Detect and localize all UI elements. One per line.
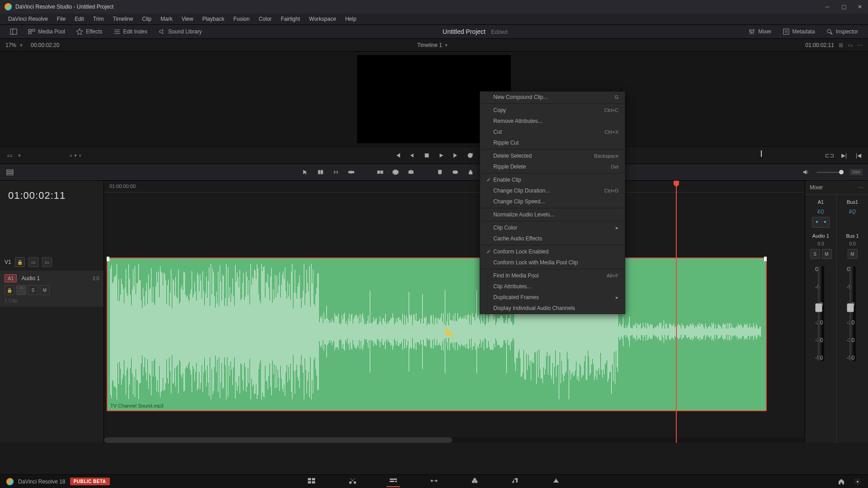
lock-icon[interactable] xyxy=(466,168,475,177)
ctx-enable-clip[interactable]: ✓ Enable Clip xyxy=(480,174,625,185)
bus-mute[interactable]: M xyxy=(848,249,858,259)
ctx-conform-lock-with-media-pool-clip[interactable]: Conform Lock with Media Pool Clip xyxy=(480,257,625,268)
fader-bus1[interactable] xyxy=(849,266,851,361)
viewer-opt2-icon[interactable]: ▭ xyxy=(848,42,853,48)
home-icon[interactable] xyxy=(837,478,845,486)
go-start-icon[interactable] xyxy=(394,151,402,160)
ctx-duplicated-frames[interactable]: Duplicated Frames▸ xyxy=(480,292,625,303)
ctx-delete-selected[interactable]: Delete SelectedBackspace xyxy=(480,150,625,161)
metadata-button[interactable]: Metadata xyxy=(777,25,821,38)
menu-clip[interactable]: Clip xyxy=(137,14,156,24)
media-pool-button[interactable]: Media Pool xyxy=(23,25,71,38)
next-clip-icon[interactable]: ▶| xyxy=(840,151,848,160)
menu-timeline[interactable]: Timeline xyxy=(108,14,137,24)
v1-lock-icon[interactable]: 🔒 xyxy=(15,257,25,267)
sound-library-button[interactable]: Sound Library xyxy=(153,25,208,38)
menu-help[interactable]: Help xyxy=(340,14,361,24)
go-end-icon[interactable] xyxy=(452,151,460,160)
last-clip-icon[interactable]: |◀ xyxy=(854,151,863,160)
settings-icon[interactable] xyxy=(854,478,862,486)
ctx-clip-color[interactable]: Clip Color▸ xyxy=(480,222,625,233)
dim-button[interactable]: DIM xyxy=(850,169,863,175)
play-icon[interactable] xyxy=(437,151,445,160)
volume-slider[interactable] xyxy=(816,172,844,173)
next-edit-icon[interactable]: › xyxy=(79,152,81,159)
menu-trim[interactable]: Trim xyxy=(89,14,108,24)
blade-tool-icon[interactable] xyxy=(347,168,356,177)
ctx-change-clip-speed-[interactable]: Change Clip Speed... xyxy=(480,196,625,207)
viewer-mode-icon[interactable]: ▭ xyxy=(5,151,14,160)
trim-tool-icon[interactable] xyxy=(316,168,325,177)
menu-color[interactable]: Color xyxy=(254,14,276,24)
timeline-canvas[interactable]: 01:00:00:00 TV Channel Sound.mp3 xyxy=(104,181,805,443)
minimize-button[interactable]: ─ xyxy=(824,3,831,10)
a1-mute-button[interactable]: M xyxy=(40,285,50,295)
track-v1-header[interactable]: V1 🔒 ▭ ▭ xyxy=(0,253,104,271)
ctx-ripple-cut[interactable]: Ripple Cut xyxy=(480,137,625,148)
snapping-icon[interactable] xyxy=(435,168,444,177)
menu-workspace[interactable]: Workspace xyxy=(305,14,341,24)
deliver-page-icon[interactable] xyxy=(549,476,563,487)
ctx-remove-attributes-[interactable]: Remove Attributes... xyxy=(480,116,625,127)
inspector-button[interactable]: Inspector xyxy=(821,25,863,38)
menu-fusion[interactable]: Fusion xyxy=(229,14,254,24)
fader-a1[interactable] xyxy=(818,266,820,361)
mixer-menu-icon[interactable]: ⋯ xyxy=(858,184,863,191)
cut-page-icon[interactable] xyxy=(346,476,359,487)
audio-clip[interactable]: TV Channel Sound.mp3 xyxy=(107,258,767,411)
ctx-cache-audio-effects[interactable]: Cache Audio Effects xyxy=(480,233,625,244)
a1-lock-icon[interactable]: 🔒 xyxy=(5,285,14,295)
effects-button[interactable]: Effects xyxy=(71,25,108,38)
menu-fairlight[interactable]: Fairlight xyxy=(276,14,305,24)
ctx-conform-lock-enabled[interactable]: ✓ Conform Lock Enabled xyxy=(480,246,625,257)
media-page-icon[interactable] xyxy=(305,476,319,487)
step-back-icon[interactable] xyxy=(408,151,416,160)
menu-view[interactable]: View xyxy=(177,14,198,24)
ctx-change-clip-duration-[interactable]: Change Clip Duration...Ctrl+D xyxy=(480,185,625,196)
prev-edit-icon[interactable]: ‹ xyxy=(70,152,72,159)
timeline-name[interactable]: Timeline 1 xyxy=(417,42,442,48)
loop-icon[interactable] xyxy=(466,151,474,160)
ctx-copy[interactable]: CopyCtrl+C xyxy=(480,105,625,116)
stop-icon[interactable] xyxy=(423,151,431,160)
edit-index-button[interactable]: Edit Index xyxy=(108,25,153,38)
timeline-ruler[interactable]: 01:00:00:00 xyxy=(104,181,805,192)
ctx-clip-attributes-[interactable]: Clip Attributes... xyxy=(480,281,625,292)
link-icon[interactable] xyxy=(451,168,460,177)
panel-toggle[interactable] xyxy=(5,25,23,38)
maximize-button[interactable]: ▢ xyxy=(840,3,847,10)
menu-davinci[interactable]: DaVinci Resolve xyxy=(4,14,52,24)
clip-out-handle[interactable] xyxy=(764,257,767,261)
eq-button[interactable]: EQ xyxy=(817,209,824,214)
track-a1-header[interactable]: A1 Audio 1 2.0 🔒 ⌒ S M 1 Clip xyxy=(0,271,104,307)
v1-frame-icon[interactable]: ▭ xyxy=(42,257,52,267)
eq-button-bus[interactable]: EQ xyxy=(849,209,855,214)
dynamic-trim-icon[interactable] xyxy=(331,168,340,177)
color-page-icon[interactable] xyxy=(468,476,481,487)
ctx-new-compound-clip-[interactable]: New Compound Clip...G xyxy=(480,92,625,103)
mixer-button[interactable]: Mixer xyxy=(743,25,777,38)
ctx-ripple-delete[interactable]: Ripple DeleteDel xyxy=(480,161,625,172)
replace-icon[interactable] xyxy=(406,168,415,177)
match-frame-icon[interactable]: ⊏⊐ xyxy=(826,151,834,160)
close-button[interactable]: ✕ xyxy=(856,3,863,10)
zoom-value[interactable]: 17% xyxy=(5,42,16,48)
horizontal-scrollbar[interactable] xyxy=(104,437,805,443)
a1-badge[interactable]: A1 xyxy=(5,274,17,282)
clip-in-handle[interactable] xyxy=(107,257,109,261)
scrollbar-thumb[interactable] xyxy=(104,437,452,443)
menu-edit[interactable]: Edit xyxy=(70,14,89,24)
v1-disable-icon[interactable]: ▭ xyxy=(28,257,38,267)
ctx-normalize-audio-levels-[interactable]: Normalize Audio Levels... xyxy=(480,209,625,220)
menu-file[interactable]: File xyxy=(52,14,70,24)
edit-page-icon[interactable] xyxy=(387,476,400,487)
track-view-icon[interactable] xyxy=(5,168,14,177)
viewer-menu-icon[interactable]: ⋯ xyxy=(857,42,863,48)
menu-mark[interactable]: Mark xyxy=(156,14,177,24)
fusion-page-icon[interactable] xyxy=(427,476,441,487)
timeline-timecode[interactable]: 01:00:02:11 xyxy=(806,42,834,48)
ch1-mute[interactable]: M xyxy=(822,249,832,259)
menu-playback[interactable]: Playback xyxy=(198,14,229,24)
selection-tool-icon[interactable] xyxy=(301,168,310,177)
insert-icon[interactable] xyxy=(376,168,385,177)
